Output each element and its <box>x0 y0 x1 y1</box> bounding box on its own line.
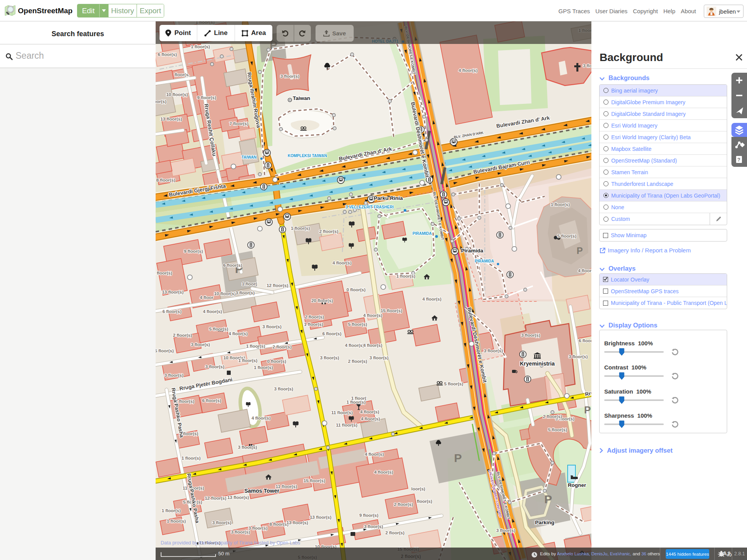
svg-text:5 floor(s): 5 floor(s) <box>348 322 367 327</box>
svg-text:6 floor(s): 6 floor(s) <box>202 398 221 403</box>
svg-text:4 floor(s): 4 floor(s) <box>363 313 382 318</box>
svg-text:6 floor(s): 6 floor(s) <box>223 263 242 268</box>
svg-text:floor(s): floor(s) <box>156 99 167 104</box>
svg-text:3 flo: 3 flo <box>583 63 591 68</box>
svg-text:13 floor(s): 13 floor(s) <box>286 520 308 525</box>
svg-text:P: P <box>454 452 462 464</box>
svg-text:P: P <box>577 245 583 256</box>
svg-text:11 floor(s): 11 floor(s) <box>336 423 358 427</box>
svg-text:6 floor(s): 6 floor(s) <box>322 331 341 336</box>
svg-text:KOMPLEKSI TAIWAN: KOMPLEKSI TAIWAN <box>288 154 327 158</box>
svg-text:10 floor(s): 10 floor(s) <box>214 291 236 296</box>
svg-text:1 floor(s): 1 floor(s) <box>238 358 257 363</box>
svg-text:12 floor(s): 12 floor(s) <box>205 496 226 500</box>
svg-text:3 floor(s): 3 floor(s) <box>248 526 267 530</box>
svg-text:1 floor(s): 1 floor(s) <box>156 271 172 275</box>
svg-text:9 floor(s): 9 floor(s) <box>359 513 378 518</box>
svg-text:2 floor(s): 2 floor(s) <box>543 414 562 419</box>
svg-text:floor(s): floor(s) <box>417 499 432 504</box>
svg-text:0 floor(s): 0 floor(s) <box>346 287 365 292</box>
svg-text:6 floor(s): 6 floor(s) <box>162 309 181 314</box>
svg-text:2 floor(s): 2 floor(s) <box>305 315 324 319</box>
svg-text:floor(s,: floor(s, <box>175 72 190 77</box>
svg-text:3 floor(s): 3 floor(s) <box>274 387 293 391</box>
svg-text:3 floor(s): 3 floor(s) <box>164 373 183 378</box>
svg-text:7 floor(s): 7 floor(s) <box>229 121 248 126</box>
svg-text:3 floor(s): 3 floor(s) <box>238 445 257 450</box>
svg-text:3 floor(s): 3 floor(s) <box>280 74 299 79</box>
svg-text:3 floor(s): 3 floor(s) <box>369 355 388 360</box>
svg-text:2 floor(s): 2 floor(s) <box>173 333 192 338</box>
svg-text:1 floor(s): 1 floor(s) <box>246 344 265 348</box>
svg-text:13 floor(s): 13 floor(s) <box>160 117 182 121</box>
svg-text:PIRAMIDA: PIRAMIDA <box>412 231 431 236</box>
svg-text:1 floor(s): 1 floor(s) <box>161 508 181 513</box>
svg-text:2 floor(s): 2 floor(s) <box>348 359 367 364</box>
svg-text:4 floor(s): 4 floor(s) <box>374 470 393 474</box>
svg-text:P: P <box>544 493 552 506</box>
svg-text:2 floor(s): 2 floor(s) <box>385 530 404 535</box>
svg-text:5 floor(s): 5 floor(s) <box>557 234 576 238</box>
svg-text:1 floor(s): 1 floor(s) <box>254 365 273 370</box>
svg-text:2 floor(s): 2 floor(s) <box>394 502 413 507</box>
svg-text:PIRAMIDA: PIRAMIDA <box>475 259 494 263</box>
svg-text:13 floor(s): 13 floor(s) <box>227 495 249 500</box>
svg-text:6 floor(s): 6 floor(s) <box>579 338 591 343</box>
svg-text:4 floor(s): 4 floor(s) <box>332 261 351 265</box>
svg-text:1 floor(s): 1 floor(s) <box>167 519 186 523</box>
svg-text:9 floor(s): 9 floor(s) <box>184 249 203 254</box>
svg-text:Parku Rinia: Parku Rinia <box>374 195 403 201</box>
svg-text:4 floor(s): 4 floor(s) <box>365 452 384 457</box>
svg-text:TAIWAN: TAIWAN <box>242 155 257 159</box>
svg-text:Kryeministria: Kryeministria <box>520 360 555 367</box>
svg-text:3 floor(s): 3 floor(s) <box>320 355 339 360</box>
svg-text:?: ? <box>737 157 740 163</box>
svg-text:4 floor(s): 4 floor(s) <box>422 297 441 301</box>
svg-text:9 floor(s): 9 floor(s) <box>197 95 216 100</box>
svg-text:2 floor(s): 2 floor(s) <box>272 345 291 349</box>
svg-text:15 floor(s): 15 floor(s) <box>303 478 325 483</box>
svg-text:6 floor(s): 6 floor(s) <box>158 52 177 57</box>
svg-text:3 floor(s): 3 floor(s) <box>235 290 254 295</box>
svg-text:13 floor(s): 13 floor(s) <box>310 515 331 520</box>
svg-text:10 floor(s): 10 floor(s) <box>166 92 188 97</box>
svg-text:5 floor(s): 5 floor(s) <box>444 382 463 386</box>
svg-text:8 floor(s): 8 floor(s) <box>156 178 175 182</box>
svg-text:3 floor(s): 3 floor(s) <box>568 354 587 359</box>
svg-text:Piramida: Piramida <box>461 248 484 254</box>
svg-text:3 floor(s): 3 floor(s) <box>191 342 210 347</box>
svg-text:15 floor(s): 15 floor(s) <box>381 308 402 313</box>
svg-text:4 floor(s): 4 floor(s) <box>360 410 379 414</box>
svg-text:5 floor(s): 5 floor(s) <box>548 427 567 432</box>
svg-text:3 floor(s): 3 floor(s) <box>496 528 515 533</box>
svg-text:4 floor(s): 4 floor(s) <box>458 68 477 73</box>
svg-text:5 floor(s): 5 floor(s) <box>156 348 174 353</box>
svg-text:8 floor(s): 8 floor(s) <box>269 522 288 527</box>
svg-text:20 floor(s): 20 floor(s) <box>311 298 333 303</box>
svg-text:1 floor(s): 1 floor(s) <box>291 226 310 231</box>
svg-text:3 floor(s): 3 floor(s) <box>212 520 231 525</box>
svg-text:1 floor(s): 1 floor(s) <box>396 274 415 278</box>
svg-text:1 floor(s): 1 floor(s) <box>191 44 210 49</box>
svg-text:Taiwan: Taiwan <box>293 95 310 101</box>
svg-text:4 floor(s): 4 floor(s) <box>203 309 222 314</box>
svg-text:3 floor(s): 3 floor(s) <box>521 333 540 338</box>
svg-text:Parking: Parking <box>535 520 554 525</box>
svg-text:4 floor(s): 4 floor(s) <box>578 268 591 273</box>
svg-text:5 floor(s): 5 floor(s) <box>209 327 228 331</box>
svg-text:P: P <box>584 404 591 416</box>
svg-text:Rogner: Rogner <box>568 482 586 488</box>
svg-text:3 VELLEZERIT FRASHERI: 3 VELLEZERIT FRASHERI <box>345 205 394 209</box>
svg-text:4 floor(s): 4 floor(s) <box>363 343 382 348</box>
svg-text:Samos Tower: Samos Tower <box>244 488 280 494</box>
svg-text:4 floor(s): 4 floor(s) <box>251 416 270 420</box>
svg-text:3 floor(s): 3 floor(s) <box>364 524 383 529</box>
svg-text:13 floor(s): 13 floor(s) <box>162 290 184 294</box>
svg-text:4 floor(s): 4 floor(s) <box>361 416 380 421</box>
svg-text:1 floor(s): 1 floor(s) <box>346 400 365 404</box>
svg-text:4 floor(s): 4 floor(s) <box>228 331 247 336</box>
svg-text:2 floor(s): 2 floor(s) <box>319 229 338 234</box>
svg-text:3 floor(s): 3 floor(s) <box>231 530 250 534</box>
svg-text:4 floor: 4 floor <box>200 295 214 300</box>
svg-text:3 floor(s): 3 floor(s) <box>484 348 503 353</box>
